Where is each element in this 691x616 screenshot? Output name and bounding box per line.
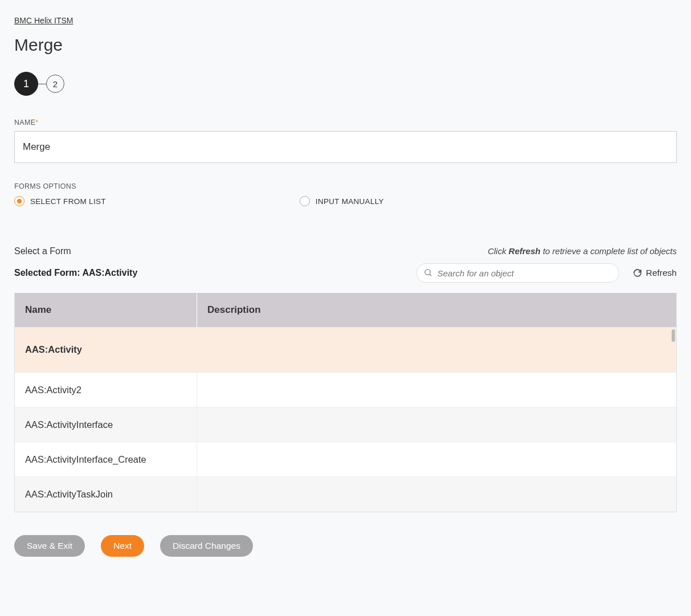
forms-table: Name Description AAS:Activity AAS:Activi… <box>14 293 677 512</box>
select-form-title: Select a Form <box>14 246 71 256</box>
radio-input-manually[interactable]: INPUT MANUALLY <box>300 196 384 206</box>
table-row[interactable]: AAS:ActivityInterface <box>15 407 676 442</box>
refresh-label: Refresh <box>646 268 677 278</box>
svg-point-0 <box>425 270 430 275</box>
name-label: NAME* <box>14 119 677 127</box>
name-input[interactable] <box>14 131 677 163</box>
col-header-description[interactable]: Description <box>197 304 676 316</box>
cell-name: AAS:ActivityInterface_Create <box>15 442 197 476</box>
table-row[interactable]: AAS:ActivityTaskJoin <box>15 477 676 512</box>
svg-line-1 <box>430 274 431 276</box>
selected-form-label: Selected Form: AAS:Activity <box>14 268 137 278</box>
page-title: Merge <box>14 35 677 55</box>
radio-icon <box>300 196 310 206</box>
table-header: Name Description <box>15 293 676 327</box>
search-input[interactable] <box>438 268 612 278</box>
cell-name: AAS:Activity <box>15 327 197 372</box>
refresh-button[interactable]: Refresh <box>633 268 677 278</box>
refresh-icon <box>633 268 642 278</box>
step-2[interactable]: 2 <box>46 75 64 93</box>
table-row[interactable]: AAS:Activity <box>15 327 676 373</box>
save-exit-button[interactable]: Save & Exit <box>14 535 85 557</box>
breadcrumb[interactable]: BMC Helix ITSM <box>14 16 73 25</box>
discard-changes-button[interactable]: Discard Changes <box>160 535 253 557</box>
cell-name: AAS:ActivityInterface <box>15 407 197 442</box>
radio-label: SELECT FROM LIST <box>30 197 106 206</box>
radio-icon <box>14 196 24 206</box>
required-star-icon: * <box>35 119 38 127</box>
cell-name: AAS:Activity2 <box>15 373 197 407</box>
col-header-name[interactable]: Name <box>15 293 197 327</box>
table-row[interactable]: AAS:ActivityInterface_Create <box>15 442 676 477</box>
forms-options-label: FORMS OPTIONS <box>14 182 677 190</box>
radio-label: INPUT MANUALLY <box>316 197 384 206</box>
cell-name: AAS:ActivityTaskJoin <box>15 477 197 512</box>
radio-select-from-list[interactable]: SELECT FROM LIST <box>14 196 106 206</box>
next-button[interactable]: Next <box>101 535 144 557</box>
scrollbar-thumb[interactable] <box>672 329 675 342</box>
step-connector <box>38 84 46 84</box>
search-icon <box>424 268 433 278</box>
refresh-hint: Click Refresh to retrieve a complete lis… <box>488 246 677 256</box>
table-row[interactable]: AAS:Activity2 <box>15 373 676 407</box>
stepper: 1 2 <box>14 72 677 96</box>
search-input-container[interactable] <box>416 263 619 283</box>
step-1[interactable]: 1 <box>14 72 38 96</box>
